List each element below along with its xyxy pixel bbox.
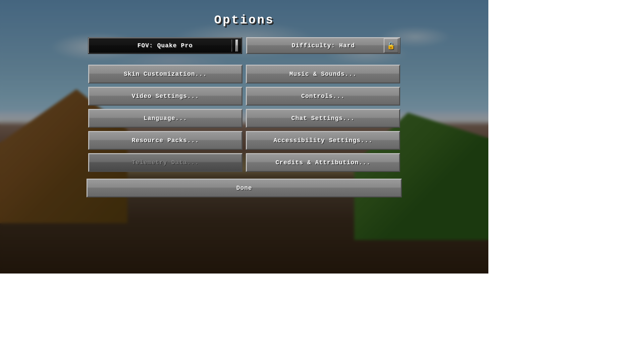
fov-separator [231,40,232,52]
controls-button[interactable]: Controls... [246,87,400,106]
lock-symbol: 🔓 [387,42,395,50]
difficulty-label: Difficulty: Hard [292,42,355,49]
top-controls-row: FOV: Quake Pro Difficulty: Hard 🔓 [88,37,400,54]
telemetry-data-button[interactable]: Telemetry Data... [88,153,243,172]
resource-packs-button[interactable]: Resource Packs... [88,131,243,150]
lock-icon: 🔓 [384,38,398,53]
accessibility-settings-button[interactable]: Accessibility Settings... [246,131,400,150]
fov-label: FOV: Quake Pro [137,42,193,49]
credits-attribution-button[interactable]: Credits & Attribution... [246,153,400,172]
language-button[interactable]: Language... [88,109,243,128]
options-button-grid: Skin Customization... Music & Sounds... … [88,65,400,172]
page-title: Options [214,13,274,27]
fov-button[interactable]: FOV: Quake Pro [88,37,242,54]
difficulty-button[interactable]: Difficulty: Hard 🔓 [246,37,400,54]
options-container: Options FOV: Quake Pro Difficulty: Hard … [0,0,488,274]
done-button[interactable]: Done [87,179,402,197]
video-settings-button[interactable]: Video Settings... [88,87,243,106]
music-sounds-button[interactable]: Music & Sounds... [246,65,400,83]
skin-customization-button[interactable]: Skin Customization... [88,65,243,83]
chat-settings-button[interactable]: Chat Settings... [246,109,400,128]
fov-slider-handle[interactable] [235,40,238,52]
